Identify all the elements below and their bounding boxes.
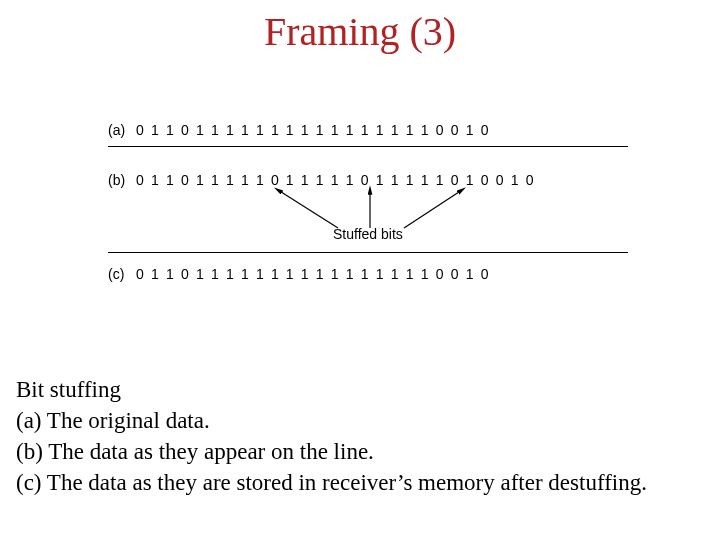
caption-a: (a) The original data. — [16, 405, 706, 436]
row-b-label: (b) — [108, 172, 136, 188]
caption-intro: Bit stuffing — [16, 374, 706, 405]
divider-a — [108, 146, 628, 147]
caption-b: (b) The data as they appear on the line. — [16, 436, 706, 467]
svg-line-0 — [278, 190, 338, 228]
slide-title: Framing (3) — [0, 8, 720, 55]
row-c-label: (c) — [108, 266, 136, 282]
bit-stuffing-figure: (a) 011011111111111111110010 (b) 0110111… — [108, 120, 628, 300]
figure-row-b: (b) 011011111011111011111010010 — [108, 172, 628, 188]
stuffed-bits-label: Stuffed bits — [333, 226, 403, 242]
figure-row-c: (c) 011011111111111111110010 — [108, 266, 628, 282]
row-a-bits: 011011111111111111110010 — [136, 122, 496, 138]
svg-line-2 — [404, 190, 462, 228]
divider-c — [108, 252, 628, 253]
figure-row-a: (a) 011011111111111111110010 — [108, 122, 628, 138]
caption-block: Bit stuffing (a) The original data. (b) … — [16, 374, 706, 498]
row-b-bits: 011011111011111011111010010 — [136, 172, 541, 188]
row-a-label: (a) — [108, 122, 136, 138]
slide: Framing (3) (a) 011011111111111111110010… — [0, 0, 720, 540]
caption-c: (c) The data as they are stored in recei… — [16, 467, 706, 498]
row-c-bits: 011011111111111111110010 — [136, 266, 496, 282]
